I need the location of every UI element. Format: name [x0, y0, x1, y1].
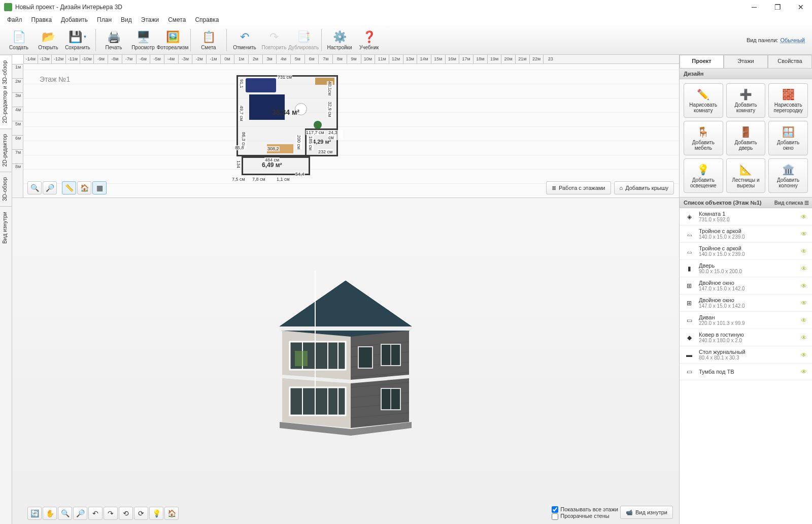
- photo-icon: 🖼️: [165, 30, 180, 44]
- ruler-horizontal: -14м-13м-12м-11м-10м-9м-8м-7м-6м-5м-4м-3…: [23, 55, 679, 64]
- фотореализм-button[interactable]: 🖼️Фотореализм: [158, 27, 187, 53]
- menu-файл[interactable]: Файл: [3, 15, 26, 24]
- object-item[interactable]: ▭Диван220.0 x 101.3 x 99.9👁: [680, 312, 812, 329]
- design-колонну-button[interactable]: 🏛️Добавитьколонну: [768, 158, 808, 193]
- смета-button[interactable]: 📋Смета: [194, 27, 223, 53]
- visibility-icon[interactable]: 👁: [801, 368, 808, 375]
- ruler-icon[interactable]: 📏: [62, 181, 76, 194]
- object-item[interactable]: ⌓Тройное с аркой140.0 x 15.0 x 239.0👁: [680, 243, 812, 260]
- floors-button[interactable]: ≣Работа с этажами: [546, 181, 611, 194]
- design-icon: 🪑: [697, 125, 710, 139]
- show-all-floors-checkbox[interactable]: Показывать все этажи: [552, 506, 618, 513]
- canvas-2d[interactable]: Этаж №1: [23, 64, 679, 198]
- menu-справка[interactable]: Справка: [191, 15, 223, 24]
- zoom-out-3d-icon[interactable]: 🔍: [58, 507, 72, 520]
- view-inside-button[interactable]: 📹Вид изнутри: [620, 506, 673, 519]
- object-item[interactable]: ▮Дверь90.0 x 15.0 x 200.0👁: [680, 260, 812, 277]
- sofa[interactable]: [246, 78, 276, 92]
- zoom-out-icon[interactable]: 🔍: [27, 181, 42, 194]
- visibility-icon[interactable]: 👁: [801, 213, 808, 220]
- objects-list[interactable]: ◈Комната 1731.0 x 592.0👁⌓Тройное с аркой…: [680, 208, 812, 524]
- close-button[interactable]: ✕: [794, 2, 808, 12]
- design-окно-button[interactable]: 🪟Добавитьокно: [768, 121, 808, 155]
- отменить-button[interactable]: ↶Отменить: [230, 27, 259, 53]
- design-вырезы-button[interactable]: 📐Лестницы ивырезы: [726, 158, 766, 193]
- objects-viewmode[interactable]: Вид списка ☰: [774, 200, 809, 206]
- visibility-icon[interactable]: 👁: [801, 300, 808, 307]
- visibility-icon[interactable]: 👁: [801, 351, 808, 358]
- objects-header: Список объектов (Этаж №1): [684, 200, 761, 206]
- transparent-walls-checkbox[interactable]: Прозрачные стены: [552, 513, 618, 520]
- visibility-icon[interactable]: 👁: [801, 334, 808, 341]
- orbit-left-icon[interactable]: ↶: [88, 507, 103, 520]
- создать-button[interactable]: 📄Создать: [4, 27, 33, 53]
- view3d-toolbar: 🔄 ✋ 🔍 🔎 ↶ ↷ ⟲ ⟳ 💡 🏠: [27, 507, 179, 520]
- design-комнату-button[interactable]: ➕Добавитькомнату: [726, 83, 766, 118]
- menubar: ФайлПравкаДобавитьПланВидЭтажиСметаСправ…: [0, 14, 812, 25]
- menu-правка[interactable]: Правка: [27, 15, 56, 24]
- object-item[interactable]: ◆Ковер в гостиную240.0 x 180.0 x 2.0👁: [680, 329, 812, 346]
- roof-button[interactable]: ⌂Добавить крышу: [614, 181, 674, 194]
- visibility-icon[interactable]: 👁: [801, 265, 808, 272]
- rtab-свойства[interactable]: Свойства: [768, 55, 812, 68]
- orbit-right-icon[interactable]: ↷: [104, 507, 118, 520]
- открыть-button[interactable]: 📂Открыть: [33, 27, 63, 53]
- loop-left-icon[interactable]: ⟲: [119, 507, 133, 520]
- pan-icon[interactable]: ✋: [43, 507, 57, 520]
- minimize-button[interactable]: ─: [747, 2, 761, 12]
- учебник-button[interactable]: ❓Учебник: [354, 27, 384, 53]
- просмотр-button[interactable]: 🖥️Просмотр: [128, 27, 158, 53]
- light-icon[interactable]: 💡: [149, 507, 163, 520]
- loop-right-icon[interactable]: ⟳: [134, 507, 148, 520]
- maximize-button[interactable]: ❐: [770, 2, 785, 12]
- object-item[interactable]: ▬Стол журнальный80.4 x 80.1 x 30.3👁: [680, 346, 812, 364]
- object-icon: ▭: [684, 366, 695, 377]
- design-освещение-button[interactable]: 💡Добавитьосвещение: [684, 158, 723, 193]
- view-3d[interactable]: 🔄 ✋ 🔍 🔎 ↶ ↷ ⟲ ⟳ 💡 🏠 Показывать все этажи…: [12, 198, 679, 524]
- panel-mode-link[interactable]: Обычный: [780, 37, 805, 43]
- object-item[interactable]: ⊞Двойное окно147.0 x 15.0 x 142.0👁: [680, 294, 812, 312]
- настройки-button[interactable]: ⚙️Настройки: [325, 27, 354, 53]
- grid-icon[interactable]: ▦: [92, 181, 107, 194]
- design-icon: 💡: [697, 163, 710, 176]
- vtab-2[interactable]: 3D-обзор: [0, 172, 12, 206]
- object-item[interactable]: ⌓Тройное с аркой140.0 x 15.0 x 239.0👁: [680, 225, 812, 243]
- object-item[interactable]: ◈Комната 1731.0 x 592.0👁: [680, 208, 812, 225]
- design-комнату-button[interactable]: ✏️Нарисоватькомнату: [684, 83, 723, 118]
- menu-вид[interactable]: Вид: [117, 15, 136, 24]
- menu-этажи[interactable]: Этажи: [137, 15, 163, 24]
- design-дверь-button[interactable]: 🚪Добавитьдверь: [726, 121, 766, 155]
- house-3d-render[interactable]: [254, 271, 437, 438]
- zoom-in-icon[interactable]: 🔎: [43, 181, 57, 194]
- floorplan[interactable]: 38,34 м² 4,29 м² 6,49 м² 731 см 40,1см 3…: [236, 75, 343, 187]
- object-item[interactable]: ▭Тумба под ТВ👁: [680, 364, 812, 380]
- vtab-1[interactable]: 2D-редактор: [0, 128, 12, 172]
- design-перегородку-button[interactable]: 🧱Нарисоватьперегородку: [768, 83, 808, 118]
- visibility-icon[interactable]: 👁: [801, 248, 808, 255]
- plant[interactable]: [314, 121, 322, 129]
- печать-button[interactable]: 🖨️Печать: [99, 27, 128, 53]
- object-item[interactable]: ⊞Двойное окно147.0 x 15.0 x 142.0👁: [680, 277, 812, 294]
- rotate360: 🔄: [27, 507, 42, 520]
- visibility-icon[interactable]: 👁: [801, 282, 808, 289]
- area-main: 38,34 м²: [272, 108, 299, 116]
- visibility-icon[interactable]: 👁: [801, 231, 808, 238]
- menu-план[interactable]: План: [93, 15, 116, 24]
- home-3d-icon[interactable]: 🏠: [164, 507, 179, 520]
- design-мебель-button[interactable]: 🪑Добавитьмебель: [684, 121, 723, 155]
- menu-смета[interactable]: Смета: [164, 15, 190, 24]
- save-icon: 💾▼: [71, 30, 85, 44]
- visibility-icon[interactable]: 👁: [801, 317, 808, 324]
- menu-добавить[interactable]: Добавить: [57, 15, 92, 24]
- vtab-0[interactable]: 2D-редактор и 3D-обзор: [0, 55, 12, 128]
- zoom-in-3d-icon[interactable]: 🔎: [73, 507, 87, 520]
- home-icon[interactable]: 🏠: [77, 181, 91, 194]
- folder-icon: 📂: [41, 30, 55, 44]
- rtab-этажи[interactable]: Этажи: [724, 55, 768, 68]
- object-icon: ⌓: [684, 228, 695, 240]
- print-icon: 🖨️: [107, 30, 121, 44]
- view-2d[interactable]: -14м-13м-12м-11м-10м-9м-8м-7м-6м-5м-4м-3…: [12, 55, 679, 198]
- vtab-3[interactable]: Вид изнутри: [0, 206, 12, 249]
- rtab-проект[interactable]: Проект: [680, 55, 724, 68]
- сохранить-button[interactable]: 💾▼Сохранить: [63, 27, 92, 53]
